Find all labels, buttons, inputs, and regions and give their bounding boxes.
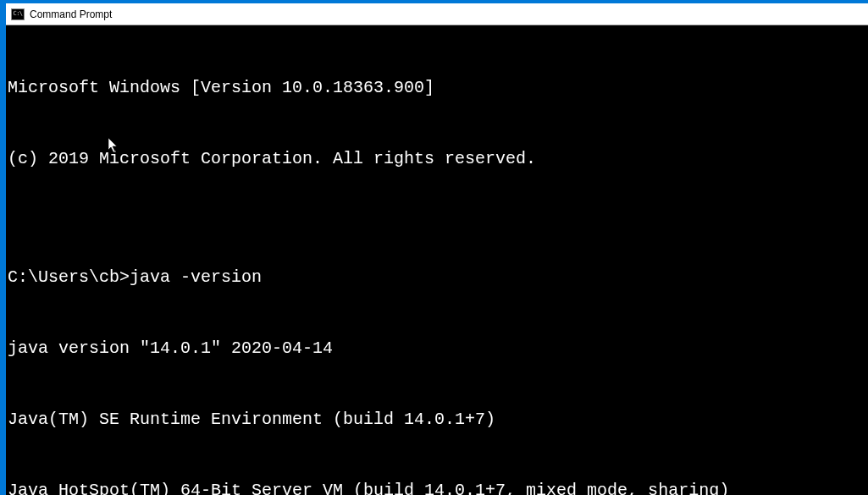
terminal-line: java version "14.0.1" 2020-04-14 <box>8 337 866 360</box>
command-prompt-window: C:\ Command Prompt Microsoft Windows [Ve… <box>6 3 868 495</box>
command-prompt-icon: C:\ <box>11 8 25 20</box>
terminal-line: Java(TM) SE Runtime Environment (build 1… <box>8 408 866 432</box>
window-title: Command Prompt <box>30 8 112 20</box>
app-icon-glyph: C:\ <box>13 11 22 17</box>
terminal-line: Microsoft Windows [Version 10.0.18363.90… <box>8 76 866 100</box>
terminal-line: Java HotSpot(TM) 64-Bit Server VM (build… <box>8 479 866 495</box>
titlebar[interactable]: C:\ Command Prompt <box>6 3 868 25</box>
terminal-output[interactable]: Microsoft Windows [Version 10.0.18363.90… <box>6 25 868 495</box>
terminal-line: C:\Users\cb>java -version <box>8 266 866 289</box>
terminal-line: (c) 2019 Microsoft Corporation. All righ… <box>8 147 866 171</box>
